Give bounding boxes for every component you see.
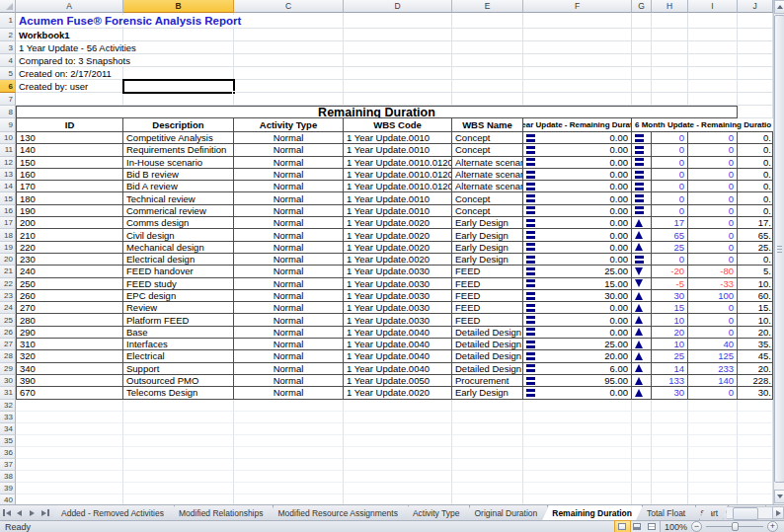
- cell[interactable]: [652, 459, 688, 471]
- cell[interactable]: [523, 483, 632, 494]
- row-header-35[interactable]: 35: [0, 435, 16, 447]
- cell[interactable]: [652, 471, 688, 483]
- cell-six-month-pct[interactable]: 0: [688, 314, 738, 326]
- row-header-9[interactable]: 9: [0, 118, 16, 132]
- cell[interactable]: [344, 435, 452, 447]
- cell-six-month-delta[interactable]: 0: [652, 144, 688, 156]
- cell-wbs-code[interactable]: 1 Year Update.0050: [344, 375, 452, 387]
- cell[interactable]: [523, 80, 632, 93]
- cell-year-update[interactable]: 0.00: [523, 229, 632, 241]
- cell-six-month-delta[interactable]: 14: [652, 363, 688, 375]
- cell-activity-type[interactable]: Normal: [234, 205, 344, 217]
- cell[interactable]: [16, 423, 123, 435]
- cell-wbs-name[interactable]: FEED: [452, 314, 523, 326]
- cell-id[interactable]: 390: [16, 375, 123, 387]
- row-header-36[interactable]: 36: [0, 447, 16, 459]
- cell-year-update[interactable]: 0.00: [523, 169, 632, 181]
- row-header-11[interactable]: 11: [0, 144, 16, 156]
- cell[interactable]: [234, 29, 344, 41]
- cell-year-update[interactable]: 0.00: [523, 181, 632, 192]
- cell[interactable]: Acumen Fuse® Forensic Analysis Report: [16, 13, 123, 29]
- cell-six-month-value[interactable]: 0.: [738, 254, 773, 266]
- cell[interactable]: [234, 400, 344, 412]
- cell-wbs-name[interactable]: Detailed Design: [452, 327, 523, 339]
- worksheet-grid[interactable]: 1Acumen Fuse® Forensic Analysis Report2W…: [0, 13, 773, 504]
- cell[interactable]: Created on: 2/17/2011: [16, 67, 123, 80]
- cell-description[interactable]: FEED handover: [123, 266, 234, 277]
- cell[interactable]: [123, 459, 234, 471]
- cell-wbs-code[interactable]: 1 Year Update.0040: [344, 350, 452, 362]
- zoom-slider[interactable]: [706, 521, 763, 532]
- cell-wbs-name[interactable]: Early Design: [452, 217, 523, 229]
- cell-six-month-trend[interactable]: [632, 181, 652, 192]
- cell-description[interactable]: Electrical: [123, 350, 234, 362]
- cell[interactable]: [123, 93, 234, 106]
- cell[interactable]: [344, 471, 452, 483]
- cell[interactable]: [344, 459, 452, 471]
- cell-id[interactable]: 150: [16, 157, 123, 169]
- cell[interactable]: [523, 93, 632, 106]
- row-header-27[interactable]: 27: [0, 339, 16, 350]
- cell[interactable]: [688, 459, 738, 471]
- cell[interactable]: [16, 93, 123, 106]
- row-header-15[interactable]: 15: [0, 192, 16, 204]
- cell[interactable]: [632, 494, 652, 504]
- cell[interactable]: [234, 93, 344, 106]
- cell-six-month-value[interactable]: 0.: [738, 181, 773, 192]
- cell-description[interactable]: Outsourced PMO: [123, 375, 234, 387]
- cell-six-month-trend[interactable]: [632, 375, 652, 387]
- cell-year-update[interactable]: 0.00: [523, 132, 632, 144]
- row-header-21[interactable]: 21: [0, 266, 16, 277]
- page-layout-view-button[interactable]: [630, 521, 645, 532]
- cell-year-update[interactable]: 95.00: [523, 375, 632, 387]
- cell-six-month-delta[interactable]: 10: [652, 339, 688, 350]
- cell-id[interactable]: 280: [16, 314, 123, 326]
- cell-six-month-value[interactable]: 60.: [738, 290, 773, 302]
- cell-six-month-trend[interactable]: [632, 205, 652, 217]
- cell[interactable]: [738, 13, 773, 29]
- cell-six-month-trend[interactable]: [632, 242, 652, 254]
- cell-six-month-value[interactable]: 17.: [738, 217, 773, 229]
- cell[interactable]: [688, 13, 738, 29]
- cell[interactable]: [344, 41, 452, 54]
- cell[interactable]: [632, 483, 652, 494]
- zoom-out-button[interactable]: −: [691, 521, 702, 532]
- cell[interactable]: [452, 13, 523, 29]
- sheet-tab-activity-type[interactable]: Activity Type: [403, 505, 471, 520]
- cell-wbs-name[interactable]: Detailed Design: [452, 363, 523, 375]
- cell[interactable]: [16, 459, 123, 471]
- cell-six-month-trend[interactable]: [632, 302, 652, 314]
- cell[interactable]: [344, 93, 452, 106]
- cell[interactable]: [688, 54, 738, 67]
- cell-year-update[interactable]: 0.00: [523, 217, 632, 229]
- cell-wbs-code[interactable]: 1 Year Update.0020: [344, 254, 452, 266]
- cell[interactable]: [452, 41, 523, 54]
- cell-six-month-delta[interactable]: 20: [652, 327, 688, 339]
- column-header-C[interactable]: C: [234, 0, 344, 13]
- cell[interactable]: [652, 13, 688, 29]
- cell-id[interactable]: 340: [16, 363, 123, 375]
- cell-wbs-code[interactable]: 1 Year Update.0040: [344, 339, 452, 350]
- cell[interactable]: [344, 483, 452, 494]
- cell-wbs-name[interactable]: Concept: [452, 144, 523, 156]
- cell-six-month-delta[interactable]: 25: [652, 242, 688, 254]
- column-header-A[interactable]: A: [16, 0, 123, 13]
- cell[interactable]: [123, 471, 234, 483]
- cell-description[interactable]: Interfaces: [123, 339, 234, 350]
- cell[interactable]: [738, 459, 773, 471]
- row-header-38[interactable]: 38: [0, 471, 16, 483]
- cell[interactable]: [738, 41, 773, 54]
- cell-six-month-pct[interactable]: 0: [688, 157, 738, 169]
- cell[interactable]: [523, 471, 632, 483]
- cell-description[interactable]: Review: [123, 302, 234, 314]
- cell-activity-type[interactable]: Normal: [234, 314, 344, 326]
- page-break-preview-button[interactable]: [645, 521, 660, 532]
- cell-six-month-trend[interactable]: [632, 387, 652, 399]
- cell-year-update[interactable]: 0.00: [523, 302, 632, 314]
- row-header-24[interactable]: 24: [0, 302, 16, 314]
- cell-six-month-value[interactable]: 10.: [738, 278, 773, 290]
- cell[interactable]: [452, 80, 523, 93]
- row-header-20[interactable]: 20: [0, 254, 16, 266]
- cell[interactable]: [234, 447, 344, 459]
- cell-six-month-delta[interactable]: 30: [652, 290, 688, 302]
